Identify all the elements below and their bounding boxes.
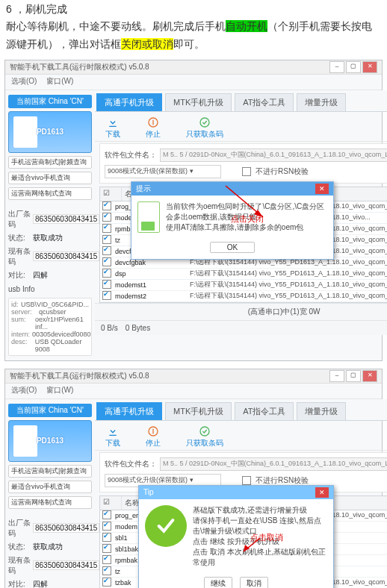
- sidebar-link-carrier-rf[interactable]: 手机运营商制式|射频查询: [8, 156, 92, 169]
- row-location: F:\远程下载\(3154144) vivo_Y55_PD1613_A_1.18…: [190, 269, 387, 278]
- row-checkbox[interactable]: [102, 566, 111, 575]
- tb-barcode-only[interactable]: 只获取条码: [186, 425, 223, 448]
- pkg-path-input[interactable]: M 5.. 5 / 0291D-0Nox_中国(China)_6.0.1_091…: [160, 457, 387, 471]
- window-title: 智能手机下载工具(运行时限权模式) v5.0.8: [10, 371, 329, 381]
- annotation-click-cancel: 点击取消: [250, 532, 283, 543]
- tb-download-label: 下载: [105, 129, 120, 140]
- row-name: modemst1: [115, 281, 190, 289]
- tb-stop[interactable]: 停止: [146, 116, 161, 140]
- rsn-checkbox[interactable]: [242, 476, 251, 485]
- tab-at-tool[interactable]: AT指令工具: [235, 402, 294, 420]
- close-icon[interactable]: ✕: [362, 370, 377, 382]
- tab-delta-upgrade[interactable]: 增量升级: [297, 402, 346, 420]
- barcode-icon: [199, 425, 211, 437]
- row-checkbox[interactable]: [102, 555, 111, 564]
- sidebar-link-best-vivo[interactable]: 最适合vivo手机查询: [8, 481, 92, 493]
- row-checkbox[interactable]: [102, 213, 111, 222]
- tab-delta-upgrade[interactable]: 增量升级: [297, 93, 346, 111]
- row-checkbox[interactable]: [102, 269, 111, 278]
- tab-mtk-upgrade[interactable]: MTK手机升级: [165, 93, 232, 111]
- minimize-icon[interactable]: –: [329, 61, 344, 73]
- tb-download[interactable]: 下载: [105, 116, 120, 140]
- rsn-label: 不进行RSN校验: [256, 475, 309, 486]
- label-current-code: 现有条码: [8, 246, 31, 267]
- svg-rect-6: [152, 428, 153, 434]
- tab-at-tool[interactable]: AT指令工具: [235, 93, 294, 111]
- tab-qcom-upgrade[interactable]: 高通手机升级: [96, 93, 162, 111]
- close-icon[interactable]: ✕: [362, 61, 377, 73]
- tb-barcode-only[interactable]: 只获取条码: [186, 116, 223, 140]
- tb-stop[interactable]: 停止: [146, 425, 161, 448]
- menu-window[interactable]: 窗口(W): [46, 77, 73, 85]
- checkmark-icon: [145, 505, 187, 547]
- row-checkbox[interactable]: [102, 201, 111, 210]
- sidebar-link-carrier-rf[interactable]: 手机运营商制式|射频查询: [8, 465, 92, 478]
- maximize-icon[interactable]: ▢: [346, 61, 361, 73]
- row-checkbox[interactable]: [102, 224, 111, 233]
- row-checkbox[interactable]: [102, 280, 111, 289]
- sidebar-link-carrier-net[interactable]: 运营商网络制式查询: [8, 187, 92, 200]
- row-checkbox[interactable]: [102, 533, 111, 542]
- instr-prefix: 耐心等待刷机，中途不要动线。刷机完成后手机: [6, 20, 226, 32]
- dialog2-continue-button[interactable]: 继续: [204, 577, 232, 588]
- label-factory-code: 出厂条码: [8, 518, 31, 539]
- menu-options[interactable]: 选项(O): [11, 386, 37, 394]
- value-factory-code: 863506030843415: [33, 214, 99, 224]
- row-checkbox[interactable]: [102, 544, 111, 553]
- tab-mtk-upgrade[interactable]: MTK手机升级: [165, 402, 232, 420]
- device-model-text: PD1613: [37, 128, 64, 136]
- dialog1-ok-button[interactable]: OK: [210, 242, 255, 253]
- row-checkbox[interactable]: [102, 578, 111, 587]
- row-checkbox[interactable]: [102, 257, 111, 266]
- pkg-label: 软件包文件名：: [105, 150, 157, 160]
- sidebar-link-best-vivo[interactable]: 最适合vivo手机查询: [8, 172, 92, 184]
- status-speed: 0 B/s: [101, 324, 118, 332]
- value-compare: 四解: [33, 579, 48, 588]
- step-title: 6 ，刷机完成: [0, 0, 387, 16]
- menu-window[interactable]: 窗口(W): [46, 386, 73, 394]
- value-compare: 四解: [33, 270, 48, 281]
- table-row[interactable]: dspF:\远程下载\(3154144) vivo_Y55_PD1613_A_1…: [100, 269, 387, 280]
- row-location: F:\远程下载\(3154144) vivo_Y55_PD1613_A_1.18…: [190, 280, 387, 290]
- svg-rect-1: [152, 119, 153, 125]
- table-row[interactable]: modemst2F:\远程下载\(3154144) vivo_Y55_PD161…: [100, 291, 387, 302]
- value-state: 获取成功: [33, 542, 63, 552]
- tb-barcode-label: 只获取条码: [186, 129, 223, 140]
- dialog2-l1: 基础版下载成功,还需进行增量升级: [193, 505, 327, 516]
- mode-select[interactable]: 9008模式化升级(保留数据) ▾: [105, 165, 221, 178]
- th-select[interactable]: ☑: [100, 187, 122, 201]
- pkg-path-input[interactable]: M 5.. 5 / 0291D-0Nox_中国(China)_6.0.1_091…: [160, 148, 387, 162]
- menu-options[interactable]: 选项(O): [11, 77, 37, 85]
- row-checkbox[interactable]: [102, 291, 111, 300]
- svg-point-7: [200, 427, 209, 436]
- row-location: F:\远程下载\(3154144) vivo_Y55_PD1613_A_1.18…: [190, 291, 387, 301]
- device-thumbnail: PD1613: [8, 111, 92, 153]
- dialog1-close-icon[interactable]: ✕: [315, 184, 329, 194]
- tb-stop-label: 停止: [146, 129, 161, 140]
- table-row[interactable]: modemst1F:\远程下载\(3154144) vivo_Y55_PD161…: [100, 280, 387, 291]
- th-select[interactable]: ☑: [100, 496, 122, 510]
- usb-desc: USB QDLoader 9008: [35, 338, 89, 353]
- row-checkbox[interactable]: [102, 510, 111, 519]
- usb-info-block: id:USB\VID_05C6&PID... server:qcusbser s…: [8, 298, 92, 356]
- rsn-checkbox[interactable]: [242, 167, 251, 176]
- annotation-click-close: 点击关闭: [231, 213, 264, 225]
- sidebar-country-button[interactable]: 当前国家 China 'CN': [8, 404, 92, 417]
- download-icon: [107, 425, 119, 437]
- sidebar-link-carrier-net[interactable]: 运营商网络制式查询: [8, 496, 92, 509]
- row-checkbox[interactable]: [102, 522, 111, 531]
- maximize-icon[interactable]: ▢: [346, 370, 361, 382]
- usb-id: USB\VID_05C6&PID...: [21, 301, 89, 308]
- sidebar-country-button[interactable]: 当前国家 China 'CN': [8, 95, 92, 108]
- tb-download[interactable]: 下载: [105, 425, 120, 448]
- dialog2-cancel-button[interactable]: 取消: [240, 577, 268, 588]
- row-checkbox[interactable]: [102, 246, 111, 255]
- dialog2-close-icon[interactable]: ✕: [315, 487, 329, 498]
- minimize-icon[interactable]: –: [329, 370, 344, 382]
- app-window-2: 智能手机下载工具(运行时限权模式) v5.0.8 – ▢ ✕ 选项(O) 窗口(…: [4, 369, 383, 588]
- dialog2-title: Tip: [143, 488, 154, 496]
- row-checkbox[interactable]: [102, 235, 111, 244]
- tab-qcom-upgrade[interactable]: 高通手机升级: [96, 402, 162, 420]
- label-compare: 对比:: [8, 579, 31, 588]
- menu-bar: 选项(O) 窗口(W): [5, 384, 382, 399]
